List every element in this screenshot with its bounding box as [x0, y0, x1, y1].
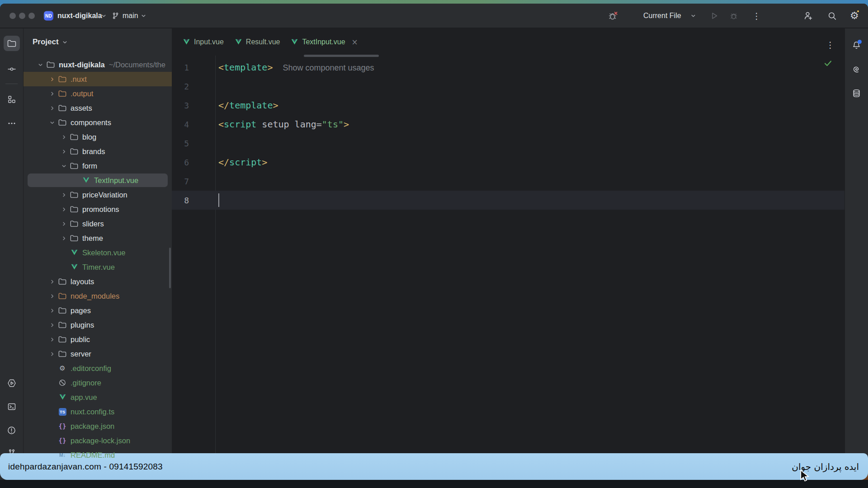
chevron-collapsed-icon[interactable]: [47, 323, 57, 328]
tab-result-vue[interactable]: Result.vue: [229, 28, 286, 56]
project-tool-button[interactable]: [4, 36, 20, 51]
tree-item-node-modules[interactable]: node_modules: [24, 289, 172, 303]
settings-gear-icon[interactable]: ⚙: [850, 11, 859, 21]
project-scrollbar-thumb[interactable]: [169, 248, 171, 288]
tree-item-promotions[interactable]: promotions: [24, 202, 172, 216]
tree-item-public[interactable]: public: [24, 332, 172, 347]
traffic-light-zoom[interactable]: [28, 13, 35, 19]
folder-icon: [69, 162, 79, 169]
tree-item-nuxt-config-ts[interactable]: TSnuxt.config.ts: [24, 404, 172, 419]
chevron-collapsed-icon[interactable]: [58, 192, 69, 197]
chevron-expanded-icon[interactable]: [35, 62, 46, 67]
tree-item--nuxt[interactable]: .nuxt: [24, 72, 172, 86]
code-with-me-add-user-icon[interactable]: [803, 10, 813, 21]
project-panel-title[interactable]: Project: [33, 38, 59, 47]
chevron-collapsed-icon[interactable]: [47, 294, 57, 299]
chevron-down-icon: [141, 13, 146, 18]
terminal-tool-button[interactable]: [4, 399, 20, 414]
close-tab-icon[interactable]: ×: [352, 38, 358, 47]
chevron-collapsed-icon[interactable]: [47, 77, 57, 82]
branch-widget[interactable]: main: [123, 12, 138, 20]
run-config-selector[interactable]: Current File: [643, 12, 681, 20]
code-line-1[interactable]: 1<template>Show component usages: [172, 58, 844, 77]
chevron-collapsed-icon[interactable]: [47, 91, 57, 96]
tree-item-textinput-vue[interactable]: TextInput.vue: [24, 173, 172, 188]
inlay-hint-component-usages[interactable]: Show component usages: [283, 63, 374, 72]
chevron-collapsed-icon[interactable]: [47, 337, 57, 342]
chevron-collapsed-icon[interactable]: [58, 236, 69, 241]
line-number: 1: [172, 63, 189, 72]
project-icon-badge[interactable]: ND: [44, 11, 53, 20]
tree-item-label: plugins: [71, 321, 94, 329]
tree-item-label: promotions: [82, 205, 119, 214]
tree-item-label: .nuxt: [71, 75, 87, 84]
chevron-collapsed-icon[interactable]: [47, 308, 57, 313]
code-line-7[interactable]: 7: [172, 172, 844, 191]
commit-tool-button[interactable]: [4, 61, 20, 77]
tree-item-package-json[interactable]: {}package.json: [24, 419, 172, 433]
tree-item-plugins[interactable]: plugins: [24, 318, 172, 332]
code-line-2[interactable]: 2: [172, 77, 844, 96]
tab-input-vue[interactable]: Input.vue: [177, 28, 229, 56]
project-tree: nuxt-digikala~/Documents/the.nuxt.output…: [24, 57, 172, 488]
code-line-8[interactable]: 8: [172, 191, 844, 210]
tree-item-theme[interactable]: theme: [24, 231, 172, 245]
chevron-collapsed-icon[interactable]: [47, 106, 57, 111]
code-line-6[interactable]: 6</script>: [172, 153, 844, 172]
tree-item-package-lock-json[interactable]: {}package-lock.json: [24, 433, 172, 448]
text-caret: [218, 193, 219, 207]
tree-item-components[interactable]: components: [24, 115, 172, 130]
chevron-collapsed-icon[interactable]: [47, 352, 57, 357]
tree-item-blog[interactable]: blog: [24, 130, 172, 144]
chevron-expanded-icon[interactable]: [47, 120, 57, 125]
tree-item-server[interactable]: server: [24, 347, 172, 361]
tab-textinput-vue[interactable]: TextInput.vue×: [285, 28, 363, 56]
editor-options-kebab[interactable]: ⋮: [826, 40, 835, 50]
tree-item-label: Timer.vue: [82, 263, 115, 272]
more-tool-windows-button[interactable]: [4, 116, 20, 131]
debug-button[interactable]: [729, 11, 739, 21]
tree-item--editorconfig[interactable]: ⚙.editorconfig: [24, 361, 172, 375]
project-widget[interactable]: nuxt-digikala: [57, 12, 102, 20]
line-number: 2: [172, 82, 189, 91]
structure-tool-button[interactable]: [4, 92, 20, 107]
tree-item-skeleton-vue[interactable]: Skeleton.vue: [24, 245, 172, 260]
tree-item--gitignore[interactable]: .gitignore: [24, 375, 172, 390]
tree-item-label: package-lock.json: [71, 436, 130, 445]
problems-tool-button[interactable]: [4, 422, 20, 438]
line-number: 8: [172, 196, 189, 205]
chevron-collapsed-icon[interactable]: [58, 207, 69, 212]
folder-icon: [57, 119, 67, 126]
services-tool-button[interactable]: [4, 375, 20, 391]
database-tool-icon[interactable]: [849, 85, 865, 101]
tree-item-sliders[interactable]: sliders: [24, 216, 172, 231]
tree-item-assets[interactable]: assets: [24, 101, 172, 115]
more-actions-kebab[interactable]: ⋮: [752, 11, 761, 21]
chevron-expanded-icon[interactable]: [58, 164, 69, 169]
notifications-bell-icon[interactable]: [849, 38, 865, 53]
traffic-light-minimize[interactable]: [19, 13, 25, 19]
ai-assistant-icon[interactable]: [849, 61, 865, 77]
code-line-4[interactable]: 4<script setup lang="ts">: [172, 115, 844, 134]
tree-item-brands[interactable]: brands: [24, 144, 172, 159]
tabs-scrollbar-thumb[interactable]: [304, 55, 379, 57]
chevron-collapsed-icon[interactable]: [58, 149, 69, 154]
run-button[interactable]: [710, 11, 719, 20]
code-line-5[interactable]: 5: [172, 134, 844, 153]
tree-item-timer-vue[interactable]: Timer.vue: [24, 260, 172, 274]
chevron-collapsed-icon[interactable]: [58, 221, 69, 226]
code-line-3[interactable]: 3</template>: [172, 96, 844, 115]
mute-breakpoints-bug-icon[interactable]: [607, 10, 619, 22]
chevron-collapsed-icon[interactable]: [47, 279, 57, 284]
tree-item-pricevariation[interactable]: priceVariation: [24, 188, 172, 202]
tree-item-layouts[interactable]: layouts: [24, 274, 172, 289]
search-everywhere-icon[interactable]: [827, 10, 837, 21]
tree-item-pages[interactable]: pages: [24, 303, 172, 318]
traffic-light-close[interactable]: [9, 13, 16, 19]
tree-item--output[interactable]: .output: [24, 86, 172, 101]
code-area[interactable]: 1<template>Show component usages23</temp…: [172, 58, 844, 210]
tree-item-nuxt-digikala[interactable]: nuxt-digikala~/Documents/the: [24, 57, 172, 72]
chevron-collapsed-icon[interactable]: [58, 135, 69, 140]
tree-item-form[interactable]: form: [24, 159, 172, 173]
tree-item-app-vue[interactable]: app.vue: [24, 390, 172, 404]
